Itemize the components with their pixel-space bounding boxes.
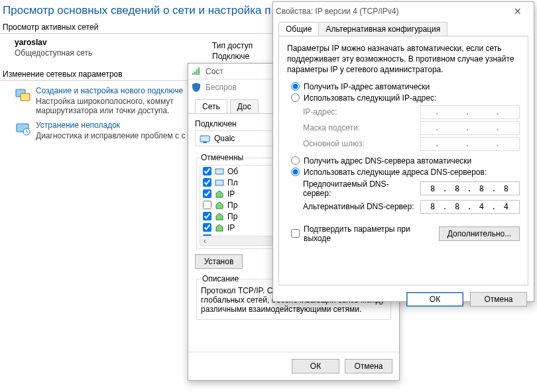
wireless-title: Беспров: [206, 83, 237, 92]
dns-alt-input[interactable]: [420, 200, 520, 214]
radio-dns-auto[interactable]: [291, 156, 300, 165]
ip-address-input: [420, 105, 520, 119]
svg-rect-4: [200, 136, 209, 142]
radio-ip-manual[interactable]: [291, 93, 300, 102]
ipv4-properties-window: Свойства: IP версии 4 (TCP/IPv4) ✕ Общие…: [272, 1, 534, 302]
shield-icon: [191, 82, 202, 93]
component-icon: [215, 201, 224, 210]
status-ok-button[interactable]: ОК: [292, 359, 339, 373]
radio-dns-manual[interactable]: [291, 168, 300, 176]
radio-ip-auto-label: Получить IP-адрес автоматически: [304, 82, 430, 91]
item-check-1[interactable]: [203, 178, 211, 187]
ipv4-window-title: Свойства: IP версии 4 (TCP/IPv4): [276, 7, 399, 16]
install-button[interactable]: Установ: [195, 254, 243, 269]
item-check-2[interactable]: [203, 189, 211, 198]
scroll-left-icon[interactable]: ‹: [200, 236, 209, 245]
dns-preferred-input[interactable]: [420, 181, 520, 195]
item-label: IP: [227, 189, 235, 199]
svg-rect-1: [21, 93, 30, 101]
component-icon: [215, 178, 224, 187]
connections-label: Подключе: [212, 52, 253, 61]
gateway-label: Основной шлюз:: [303, 139, 415, 148]
signal-icon: [191, 66, 202, 77]
component-icon: [215, 212, 224, 221]
svg-rect-6: [215, 169, 223, 174]
component-icon: [215, 167, 224, 176]
adapter-icon: [200, 133, 210, 144]
radio-ip-auto[interactable]: [291, 82, 300, 91]
item-check-3[interactable]: [203, 201, 211, 209]
items-legend: Отмеченны: [200, 153, 245, 162]
svg-rect-7: [215, 180, 223, 185]
dns-preferred-label: Предпочитаемый DNS-сервер:: [303, 179, 415, 198]
ipv4-hint-text: Параметры IP можно назначать автоматичес…: [287, 43, 520, 75]
radio-dns-manual-label: Использовать следующие адреса DNS-сервер…: [304, 168, 487, 177]
ipv4-cancel-button[interactable]: Отмена: [470, 292, 527, 307]
tab-access[interactable]: Дос: [230, 99, 259, 113]
advanced-button[interactable]: Дополнительно...: [439, 226, 520, 241]
subnet-mask-label: Маска подсети:: [303, 123, 415, 132]
ipv4-ok-button[interactable]: ОК: [406, 292, 463, 307]
tab-general[interactable]: Общие: [278, 22, 319, 36]
status-cancel-button[interactable]: Отмена: [345, 359, 392, 373]
svg-rect-5: [203, 142, 207, 143]
description-legend: Описание: [201, 274, 240, 283]
component-icon: [215, 189, 224, 199]
validate-on-exit-label: Подтвердить параметры при выходе: [304, 224, 439, 243]
status-state-label: Сост: [206, 67, 223, 76]
access-type-label: Тип доступ: [212, 41, 253, 50]
item-label: IP: [227, 223, 235, 232]
gateway-input: [420, 137, 520, 151]
tab-network[interactable]: Сеть: [195, 99, 227, 113]
subnet-mask-input: [420, 121, 520, 135]
dns-alt-label: Альтернативный DNS-сервер:: [303, 202, 415, 211]
radio-ip-manual-label: Использовать следующий IP-адрес:: [304, 93, 436, 103]
adapter-name: Qualc: [214, 134, 235, 143]
item-label: Пр: [227, 212, 237, 221]
close-icon[interactable]: ✕: [505, 6, 531, 17]
component-icon: [215, 223, 224, 232]
item-label: Пл: [227, 178, 238, 187]
item-label: Об: [227, 167, 238, 176]
tab-alt-config[interactable]: Альтернативная конфигурация: [318, 22, 448, 36]
new-connection-icon: [15, 86, 30, 102]
item-check-0[interactable]: [203, 167, 211, 175]
radio-dns-auto-label: Получить адрес DNS-сервера автоматически: [304, 156, 471, 166]
validate-on-exit-checkbox[interactable]: [291, 229, 300, 238]
item-label: Пр: [227, 201, 237, 210]
item-check-5[interactable]: [203, 223, 211, 232]
troubleshoot-icon: [15, 121, 30, 136]
item-check-4[interactable]: [203, 212, 211, 220]
ip-address-label: IP-адрес:: [303, 107, 415, 117]
